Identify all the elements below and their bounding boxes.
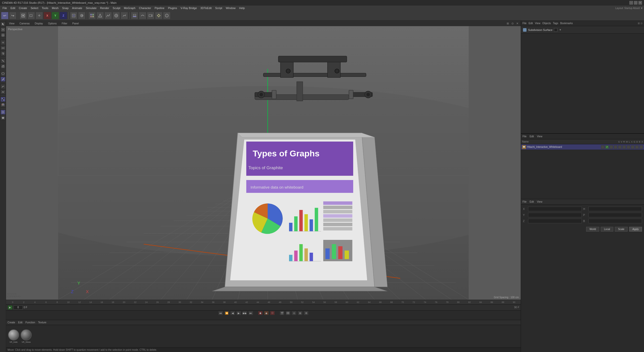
menu-vray-bridge[interactable]: V-Ray Bridge [179, 6, 198, 10]
oci-v[interactable]: ✓ [605, 145, 609, 149]
material-ball-1[interactable] [8, 329, 19, 340]
toolbar-light[interactable] [155, 12, 163, 19]
menu-tools[interactable]: Tools [40, 6, 50, 10]
layout-label[interactable]: Layout: Startup Abseil ▼ [615, 7, 643, 10]
tool-live-select[interactable] [1, 33, 6, 38]
toolbar-axis-x[interactable]: X [44, 12, 51, 19]
tool-paint[interactable] [1, 110, 6, 115]
material-ball-2[interactable] [21, 329, 32, 340]
menu-edit[interactable]: Edit [9, 6, 17, 10]
menu-script[interactable]: Script [214, 6, 224, 10]
menu-sculpt[interactable]: Sculpt [111, 6, 122, 10]
coord-input-b[interactable] [588, 219, 642, 223]
toolbar-render-viewport[interactable] [78, 12, 86, 19]
toolbar-primitives[interactable] [96, 12, 104, 19]
playback-render-all[interactable]: 🎞 [286, 311, 290, 315]
menu-window[interactable]: Window [224, 6, 237, 10]
toolbar-select-rect[interactable] [27, 12, 35, 19]
menu-create[interactable]: Create [17, 6, 29, 10]
toolbar-splines[interactable] [104, 12, 112, 19]
tool-sketch[interactable] [1, 90, 6, 95]
timeline-start-frame[interactable]: ▶ [8, 305, 13, 310]
toolbar-axis-z[interactable]: Z [60, 12, 67, 19]
menu-help[interactable]: Help [238, 6, 247, 10]
oci-a[interactable] [622, 145, 626, 149]
playback-viewport-render[interactable]: ⊞ [298, 311, 302, 315]
viewport-3d[interactable]: Perspective Grid Spacing : 100 cm [6, 26, 521, 300]
tool-select-obj[interactable] [1, 27, 6, 32]
toolbar-sky[interactable] [139, 12, 146, 19]
playback-step-back[interactable]: ◀ [230, 311, 235, 315]
rp-tab-view[interactable]: View [535, 22, 540, 25]
toolbar-render-region[interactable] [70, 12, 77, 19]
obj-tab-edit[interactable]: Edit [530, 135, 534, 138]
tool-spline[interactable] [1, 84, 6, 89]
tool-magnet[interactable] [1, 102, 6, 107]
obj-tab-view[interactable]: View [537, 135, 542, 138]
subdiv-check-1[interactable] [554, 28, 557, 32]
oci-d[interactable] [631, 145, 634, 149]
rp-tab-objects[interactable]: Objects [542, 22, 551, 25]
vp-icon-close[interactable]: ✕ [515, 21, 519, 25]
maximize-button[interactable]: □ [634, 1, 637, 5]
playback-render[interactable]: 🎬 [280, 311, 284, 315]
menu-simulate[interactable]: Simulate [84, 6, 98, 10]
playback-auto-key[interactable]: ⦾ [270, 311, 275, 315]
coord-tab-view[interactable]: View [537, 200, 542, 203]
oci-m[interactable] [614, 145, 617, 149]
vp-tab-filter[interactable]: Filter [60, 22, 69, 25]
coord-input-z[interactable] [528, 219, 582, 223]
playback-play[interactable]: ▶ [236, 311, 241, 315]
menu-render[interactable]: Render [99, 6, 111, 10]
rp-tab-bookmarks[interactable]: Bookmarks [560, 22, 573, 25]
mat-tab-create[interactable]: Create [8, 321, 15, 324]
coord-apply-button[interactable]: Apply [629, 227, 642, 232]
tool-extrude[interactable] [1, 64, 6, 69]
minimize-button[interactable]: − [629, 1, 633, 5]
tool-polygon[interactable] [1, 71, 6, 76]
toolbar-undo[interactable]: ↩ [1, 12, 9, 19]
toolbar-info[interactable]: i [163, 12, 171, 19]
menu-plugins[interactable]: Plugins [167, 6, 179, 10]
vp-tab-options[interactable]: Options [47, 22, 58, 25]
tool-rotate[interactable] [1, 51, 6, 56]
rp-tab-edit[interactable]: Edit [529, 22, 533, 25]
close-button[interactable]: ✕ [638, 1, 642, 5]
vp-tab-panel[interactable]: Panel [71, 22, 80, 25]
menu-character[interactable]: Character [137, 6, 152, 10]
playback-step-forward[interactable]: ▶▶ [243, 311, 247, 315]
rp-tab-tags[interactable]: Tags [553, 22, 558, 25]
menu-mesh[interactable]: Mesh [50, 6, 60, 10]
vp-tab-view[interactable]: View [8, 22, 16, 25]
toolbar-floor[interactable] [131, 12, 138, 19]
playback-ipr[interactable]: ⊙ [292, 311, 296, 315]
tool-texture[interactable] [1, 97, 6, 102]
oci-g[interactable] [627, 145, 630, 149]
playback-settings[interactable]: ⚙ [304, 311, 308, 315]
playback-record[interactable]: ⏺ [258, 311, 263, 315]
vp-icon-maximize[interactable]: ⊞ [506, 21, 510, 25]
playback-goto-start[interactable]: ⏮ [218, 311, 223, 315]
tool-irradiance[interactable] [1, 115, 6, 120]
obj-tab-file[interactable]: File [522, 135, 527, 138]
vp-icon-settings[interactable]: ⊙ [510, 21, 514, 25]
toolbar-select-live[interactable] [19, 12, 27, 19]
toolbar-move[interactable]: ✛ [35, 12, 43, 19]
playback-prev-keyframe[interactable]: ⏪ [224, 311, 229, 315]
menu-3dtoedit[interactable]: 3DToEdit [199, 6, 213, 10]
material-slot-2[interactable]: VR_Gloss [21, 329, 32, 343]
tool-move[interactable]: ✛ [1, 40, 6, 45]
coord-input-x[interactable] [528, 207, 582, 211]
oci-e[interactable] [635, 145, 639, 149]
coord-scale-button[interactable]: Scale [615, 227, 628, 232]
mat-tab-function[interactable]: Function [25, 321, 35, 324]
toolbar-deformers[interactable] [120, 12, 128, 19]
playback-keyframe[interactable]: ◆ [264, 311, 269, 315]
menu-mograph[interactable]: MoGraph [122, 6, 137, 10]
playback-next-keyframe[interactable]: ⏭ [249, 311, 253, 315]
oci-x[interactable] [639, 145, 643, 149]
coord-tab-edit[interactable]: Edit [530, 200, 534, 203]
menu-file[interactable]: File [1, 6, 9, 10]
subdiv-toggle-icon[interactable]: ▼ [559, 28, 561, 31]
oci-s[interactable] [601, 145, 605, 149]
